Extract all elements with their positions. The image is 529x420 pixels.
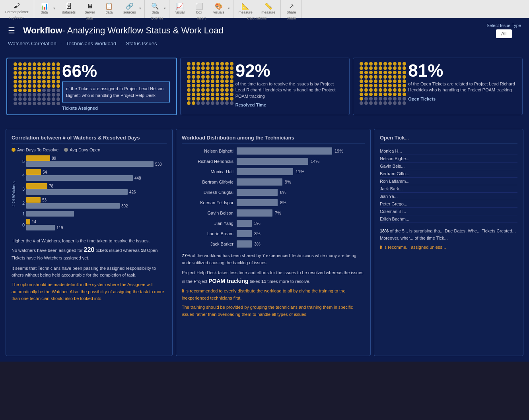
bar-line-gray-4: 448 xyxy=(26,175,167,181)
dot-29 xyxy=(403,71,406,74)
dot-47 xyxy=(393,79,397,83)
dot-54 xyxy=(206,84,210,87)
bar-line-gold-2: 53 xyxy=(26,197,167,203)
dot-68 xyxy=(398,88,401,92)
select-issue-dropdown[interactable]: All xyxy=(496,29,512,38)
format-painter-button[interactable]: 🖌 Format painter xyxy=(3,2,31,15)
data2-button[interactable]: 📋 data xyxy=(102,2,116,15)
dot-33 xyxy=(28,75,31,79)
bars-5: 89 538 xyxy=(26,155,167,167)
dot-63 xyxy=(28,89,31,92)
main-content: Correlation between # of Watchers & Reso… xyxy=(0,123,529,362)
visuals-button[interactable]: 🎨 visuals xyxy=(211,2,226,15)
workload-name-gavin: Gavin Belson xyxy=(182,211,233,215)
box-button[interactable]: ⬜ box xyxy=(192,2,206,15)
dot-3 xyxy=(28,62,31,66)
data-button[interactable]: 📊 data xyxy=(37,2,52,15)
dot-54 xyxy=(33,84,36,88)
workload-richard: Richard Hendricks 14% xyxy=(182,158,365,165)
share-label: Share xyxy=(286,10,296,14)
right-name-bertram: Bertram Gilfo... xyxy=(380,170,517,178)
dot-27 xyxy=(47,71,51,75)
legend-avg-resolve: Avg Days To Resolve xyxy=(12,147,58,152)
dot-75 xyxy=(37,93,41,97)
dot-19 xyxy=(230,66,233,70)
dot-0 xyxy=(360,62,363,66)
dot-25 xyxy=(211,71,214,74)
dot-77 xyxy=(220,93,224,96)
menu-hamburger[interactable]: ☰ xyxy=(8,26,15,35)
server-button[interactable]: 🖥 Server xyxy=(82,2,97,15)
dot-60 xyxy=(187,88,191,92)
dot-2 xyxy=(196,62,200,66)
dot-84 xyxy=(206,97,210,101)
workload-pct-jack: 3% xyxy=(254,242,261,246)
dot-42 xyxy=(23,80,27,83)
dot-90 xyxy=(187,101,191,105)
sources-dropdown-arrow[interactable]: ▾ xyxy=(139,6,141,10)
dot-1 xyxy=(192,62,195,66)
dot-27 xyxy=(393,71,397,74)
dot-81 xyxy=(364,97,368,101)
workload-pct-dinesh: 8% xyxy=(280,190,286,195)
stat-tooltip-tickets: of the Tickets are assigned to Project L… xyxy=(62,81,170,103)
bar-gray-0 xyxy=(26,225,55,230)
select-issue-type-widget[interactable]: Select Issue Type All xyxy=(486,23,521,38)
measure2-button[interactable]: 📏 measure xyxy=(259,2,277,15)
dot-52 xyxy=(23,84,27,88)
dot-83 xyxy=(28,97,31,101)
dot-1 xyxy=(364,62,368,66)
dot-21 xyxy=(18,71,22,75)
dot-67 xyxy=(47,89,51,92)
dot-91 xyxy=(364,101,368,105)
bar-val-gold-4: 54 xyxy=(43,170,47,174)
bar-line-gray-1 xyxy=(26,211,167,217)
dot-87 xyxy=(47,97,51,101)
visual-button[interactable]: 📈 visual xyxy=(173,2,187,15)
dot-94 xyxy=(379,101,382,105)
dot-65 xyxy=(211,88,214,92)
dot-36 xyxy=(388,75,392,79)
dot-96 xyxy=(216,101,219,105)
technicians-panel: Workload Distribution among the Technici… xyxy=(176,129,371,356)
tech-analysis-3: It is recommended to evenly distribute t… xyxy=(182,288,365,302)
dot-89 xyxy=(56,97,60,101)
dot-36 xyxy=(42,75,46,79)
nav-technicians-workload[interactable]: Technicians Workload xyxy=(66,41,116,46)
dot-42 xyxy=(196,79,200,83)
dot-43 xyxy=(28,80,31,83)
nav-watchers-correlation[interactable]: Watchers Correlation xyxy=(8,41,56,46)
bar-line-gold-0: 14 xyxy=(26,219,167,225)
dot-11 xyxy=(192,66,195,70)
dot-0 xyxy=(14,62,17,66)
queries-data-button[interactable]: 🔍 data xyxy=(148,2,162,15)
dot-80 xyxy=(14,97,17,101)
workload-pct-bertram: 9% xyxy=(285,180,291,184)
dot-25 xyxy=(37,71,41,75)
header-nav: Watchers Correlation - Technicians Workl… xyxy=(8,41,521,46)
measure-button[interactable]: 📐 measure xyxy=(237,2,255,15)
dot-62 xyxy=(23,89,27,92)
dot-28 xyxy=(398,71,401,74)
nav-status-issues[interactable]: Status Issues xyxy=(126,41,157,46)
stat-label-resolved: Resolved Time xyxy=(235,103,343,107)
dot-55 xyxy=(211,84,214,87)
data-dropdown-arrow[interactable]: ▾ xyxy=(53,6,55,10)
tech-analysis-2: Project Help Desk takes less time and ef… xyxy=(182,269,365,285)
dot-95 xyxy=(211,101,214,105)
datasets-button[interactable]: 🗄 datasets xyxy=(60,2,78,15)
dot-47 xyxy=(47,80,51,83)
dot-60 xyxy=(14,89,17,92)
workload-chart-wrap: Nelson Bighetti 19% Richard Hendricks 14… xyxy=(182,147,365,248)
dot-85 xyxy=(211,97,214,101)
dot-79 xyxy=(403,93,406,96)
workload-bar-fill-jack xyxy=(237,240,252,248)
share-button[interactable]: ↗ Share xyxy=(284,2,298,15)
dot-54 xyxy=(379,84,382,87)
dot-14 xyxy=(206,66,210,70)
bar-row-4: 4 54 448 xyxy=(19,169,167,181)
dot-41 xyxy=(192,79,195,83)
sources-button[interactable]: 🔗 sources xyxy=(121,2,138,15)
technicians-analysis: 77% of the workload has been shared by 7… xyxy=(182,252,365,318)
data-section: 📊 data ▾ 🗄 datasets 🖥 Server 📋 data 🔗 xyxy=(34,0,145,18)
